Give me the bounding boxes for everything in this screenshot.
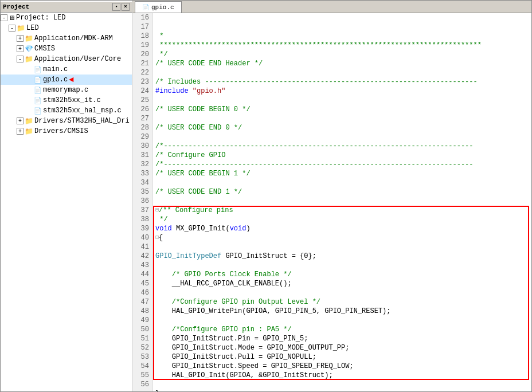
tree-item-label: Drivers/CMSIS (34, 127, 88, 135)
code-editor[interactable]: 1617181920212223242526272829303132333435… (132, 13, 531, 391)
line-number-35: 35 (136, 187, 149, 197)
tree-item-label: LED (26, 24, 39, 32)
tree-item-label: CMSIS (34, 45, 55, 53)
line-number-36: 36 (136, 197, 149, 206)
tree-item-main-c[interactable]: 📄main.c (1, 64, 132, 75)
code-line-31: /* USER CODE BEGIN 1 */ (155, 169, 529, 178)
code-line-55: } (155, 389, 529, 391)
tree-item-app-user[interactable]: -📁Application/User/Core (1, 54, 132, 64)
tab-file-icon: 📄 (142, 4, 149, 11)
file-icon: 📄 (34, 76, 42, 84)
sidebar-float-btn[interactable]: ▪ (112, 3, 120, 11)
expand-icon[interactable]: + (17, 128, 24, 135)
tree-item-label: Drivers/STM32H5_HAL_Dri (34, 117, 130, 125)
code-line-45: /*Configure GPIO pin Output Level */ (155, 297, 529, 307)
code-line-54 (155, 380, 529, 389)
code-line-42: /* GPIO Ports Clock Enable */ (155, 270, 529, 279)
code-line-25 (155, 114, 529, 123)
code-line-32 (155, 178, 529, 187)
code-line-52: GPIO_InitStruct.Speed = GPIO_SPEED_FREQ_… (155, 362, 529, 371)
file-icon: 📄 (34, 66, 42, 73)
code-line-22: #include "gpio.h" (155, 87, 529, 96)
code-line-18: */ (155, 50, 529, 59)
expand-icon[interactable]: - (17, 56, 24, 62)
tree-item-label: Application/MDK-ARM (34, 34, 113, 42)
tree-item-label: Application/User/Core (34, 55, 121, 63)
line-number-51: 51 (136, 334, 149, 343)
line-number-46: 46 (136, 288, 149, 297)
line-number-23: 23 (136, 77, 149, 87)
expand-icon[interactable]: + (17, 35, 24, 42)
code-line-39 (155, 242, 529, 252)
tree-item-led[interactable]: -📁LED (1, 23, 132, 33)
folder-icon: 📁 (25, 55, 33, 64)
line-number-19: 19 (136, 41, 149, 50)
code-line-26: /* USER CODE END 0 */ (155, 123, 529, 132)
folder-icon: 📁 (25, 127, 33, 136)
sidebar-title-label: Project (3, 3, 29, 10)
line-number-22: 22 (136, 68, 149, 77)
tab-label: gpio.c (151, 4, 174, 11)
code-line-38: ⊟{ (155, 233, 529, 242)
code-line-30: /*--------------------------------------… (155, 160, 529, 169)
code-line-27 (155, 132, 529, 142)
sidebar: Project ▪ × -🖥Project: LED-📁LED+📁Applica… (1, 1, 132, 391)
code-line-49: GPIO_InitStruct.Pin = GPIO_PIN_5; (155, 334, 529, 343)
line-number-48: 48 (136, 307, 149, 316)
line-number-40: 40 (136, 233, 149, 242)
editor-area: 📄 gpio.c 1617181920212223242526272829303… (132, 1, 531, 391)
line-number-20: 20 (136, 50, 149, 59)
code-line-23 (155, 96, 529, 105)
line-number-56: 56 (136, 380, 149, 389)
line-numbers: 1617181920212223242526272829303132333435… (132, 13, 153, 391)
sidebar-controls: ▪ × (112, 3, 130, 11)
line-number-34: 34 (136, 178, 149, 187)
selected-arrow: ◄ (69, 75, 73, 84)
tree-item-label: main.c (43, 65, 68, 73)
code-line-21: /* Includes ----------------------------… (155, 77, 529, 87)
tree-item-cmsis[interactable]: +💎CMSIS (1, 44, 132, 54)
file-icon: 📄 (34, 107, 42, 115)
code-line-50: GPIO_InitStruct.Mode = GPIO_MODE_OUTPUT_… (155, 343, 529, 352)
line-number-49: 49 (136, 316, 149, 325)
line-number-26: 26 (136, 105, 149, 114)
sidebar-close-btn[interactable]: × (122, 3, 130, 11)
code-line-36: */ (155, 215, 529, 224)
tree-item-gpio-c[interactable]: 📄gpio.c◄ (1, 75, 132, 85)
tree-item-drivers-stm32[interactable]: +📁Drivers/STM32H5_HAL_Dri (1, 116, 132, 126)
line-number-33: 33 (136, 169, 149, 178)
code-line-43: __HAL_RCC_GPIOA_CLK_ENABLE(); (155, 279, 529, 288)
code-line-48: /*Configure GPIO pin : PA5 */ (155, 325, 529, 334)
expand-icon[interactable]: + (17, 117, 24, 124)
line-number-43: 43 (136, 261, 149, 270)
line-number-41: 41 (136, 242, 149, 252)
expand-icon[interactable]: - (1, 14, 7, 21)
code-line-24: /* USER CODE BEGIN 0 */ (155, 105, 529, 114)
expand-icon[interactable]: + (17, 45, 24, 52)
tree-item-label: gpio.c (43, 76, 68, 84)
line-number-53: 53 (136, 352, 149, 362)
code-line-47 (155, 316, 529, 325)
expand-icon[interactable]: - (9, 25, 15, 32)
tree-item-memorymap-c[interactable]: 📄memorymap.c (1, 85, 132, 95)
tree-item-stm32h5-it[interactable]: 📄stm32h5xx_it.c (1, 95, 132, 105)
file-icon: 📄 (34, 97, 42, 104)
tree-item-app-mdk[interactable]: +📁Application/MDK-ARM (1, 33, 132, 44)
tree-item-project-led[interactable]: -🖥Project: LED (1, 13, 132, 23)
line-number-42: 42 (136, 252, 149, 261)
line-number-45: 45 (136, 279, 149, 288)
line-number-21: 21 (136, 59, 149, 68)
folder-icon: 📁 (17, 24, 25, 33)
line-number-28: 28 (136, 123, 149, 132)
line-number-27: 27 (136, 114, 149, 123)
tree-item-stm32h5-hal[interactable]: 📄stm32h5xx_hal_msp.c (1, 105, 132, 116)
tree-item-drivers-cmsis[interactable]: +📁Drivers/CMSIS (1, 126, 132, 136)
code-line-37: void MX_GPIO_Init(void) (155, 224, 529, 233)
line-number-17: 17 (136, 22, 149, 32)
line-number-52: 52 (136, 343, 149, 352)
tab-gpio-c[interactable]: 📄 gpio.c (135, 1, 182, 13)
code-line-53: HAL_GPIO_Init(GPIOA, &GPIO_InitStruct); (155, 371, 529, 380)
code-line-20 (155, 68, 529, 77)
file-icon: 📄 (34, 87, 42, 94)
code-lines: * **************************************… (153, 13, 531, 391)
